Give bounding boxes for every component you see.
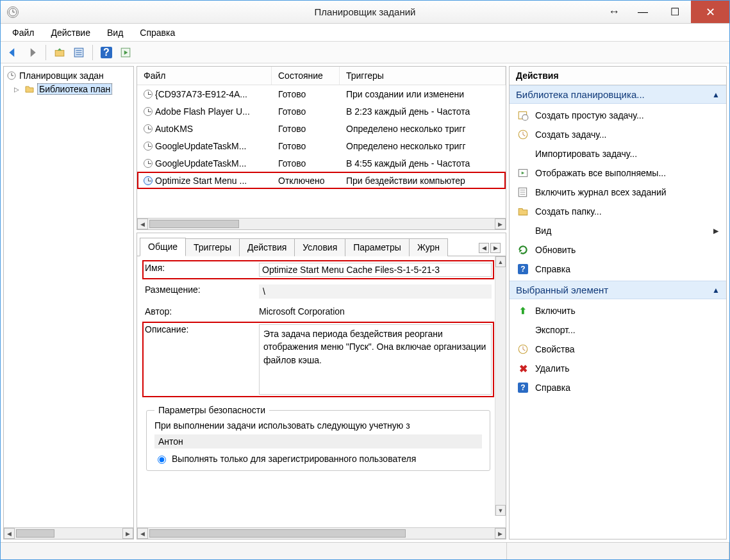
task-name: GoogleUpdateTaskM... — [155, 158, 246, 169]
radio-loggedon-label: Выполнять только для зарегистрированного… — [172, 454, 416, 464]
clock-icon — [144, 142, 153, 151]
tab-conditions[interactable]: Условия — [294, 238, 345, 256]
menu-view[interactable]: Вид — [99, 25, 131, 40]
action-show-running[interactable]: Отображать все выполняемы... — [510, 163, 726, 183]
tab-actions[interactable]: Действия — [239, 238, 295, 256]
action-group-selected[interactable]: Выбранный элемент ▲ — [510, 281, 726, 299]
collapse-icon[interactable]: ▲ — [712, 90, 720, 99]
expand-icon[interactable]: ▷ — [14, 86, 22, 93]
col-trigger[interactable]: Триггеры — [340, 67, 506, 85]
action-new-folder[interactable]: Создать папку... — [510, 202, 726, 221]
label-author: Автор: — [145, 306, 259, 317]
task-state: Готово — [272, 124, 340, 134]
action-enable[interactable]: ⬆ Включить — [510, 301, 726, 320]
label-name: Имя: — [145, 263, 259, 273]
task-row[interactable]: {CD937A73-E912-4A...ГотовоПри создании и… — [137, 85, 506, 103]
action-enable-history[interactable]: Включить журнал всех заданий — [510, 183, 726, 202]
action-import[interactable]: Импортировать задачу... — [510, 144, 726, 163]
delete-icon: ✖ — [517, 363, 529, 374]
help-button[interactable]: ? — [98, 44, 115, 61]
properties-button[interactable] — [71, 44, 87, 61]
value-name[interactable]: Optimize Start Menu Cache Files-S-1-5-21… — [259, 263, 492, 277]
tab-triggers[interactable]: Триггеры — [185, 238, 240, 256]
minimize-button[interactable]: — — [627, 1, 659, 23]
menu-help[interactable]: Справка — [132, 25, 183, 40]
action-help-2[interactable]: ? Справка — [510, 378, 726, 397]
radio-loggedon-input[interactable] — [158, 456, 166, 464]
action-properties[interactable]: Свойства — [510, 340, 726, 359]
refresh-icon — [517, 244, 529, 256]
actions-panel: Действия Библиотека планировщика... ▲ Со… — [509, 66, 727, 539]
label-description: Описание: — [145, 324, 259, 395]
col-file[interactable]: Файл — [137, 67, 272, 85]
task-state: Готово — [272, 158, 340, 169]
value-description[interactable]: Эта задача периода бездействия реоргани … — [259, 324, 492, 395]
close-button[interactable]: ✕ — [691, 1, 729, 23]
tree-hscroll[interactable]: ◀ ▶ — [4, 527, 133, 539]
svg-rect-3 — [55, 50, 64, 56]
action-view[interactable]: Вид ▶ — [510, 221, 726, 240]
forward-button[interactable] — [24, 44, 40, 61]
col-state[interactable]: Состояние — [272, 67, 340, 85]
tree-root[interactable]: Планировщик задан — [5, 69, 132, 82]
properties-icon — [517, 343, 529, 355]
task-name: Adobe Flash Player U... — [155, 106, 250, 117]
action-create-task[interactable]: Создать задачу... — [510, 125, 726, 144]
tree-panel: Планировщик задан ▷ Библиотека план ◀ ▶ — [3, 66, 134, 539]
task-basic-icon — [517, 110, 529, 121]
clock-icon — [144, 90, 153, 99]
task-state: Готово — [272, 106, 340, 117]
action-delete[interactable]: ✖ Удалить — [510, 359, 726, 378]
task-state: Готово — [272, 141, 340, 151]
action-group-library-label: Библиотека планировщика... — [516, 89, 645, 100]
task-row[interactable]: Adobe Flash Player U...ГотовоВ 2:23 кажд… — [137, 103, 506, 120]
row-author: Автор: Microsoft Corporation — [145, 306, 492, 317]
radio-loggedon[interactable]: Выполнять только для зарегистрированного… — [154, 454, 482, 464]
clock-icon — [144, 107, 153, 116]
details-hscroll[interactable]: ◀ ▶ — [137, 527, 506, 539]
app-icon — [7, 6, 19, 18]
task-trigger: При бездействии компьютер — [340, 176, 506, 186]
task-icon — [517, 129, 529, 140]
menu-bar: Файл Действие Вид Справка — [1, 24, 729, 42]
menu-action[interactable]: Действие — [43, 25, 98, 40]
task-row[interactable]: AutoKMSГотовоОпределено несколько тригг — [137, 120, 506, 137]
history-icon — [517, 186, 529, 198]
action-export[interactable]: Экспорт... — [510, 320, 726, 340]
tree-root-label: Планировщик задан — [19, 70, 104, 81]
maximize-button[interactable]: ☐ — [659, 1, 691, 23]
row-location: Размещение: \ — [145, 284, 492, 299]
import-icon — [517, 148, 529, 160]
up-folder-button[interactable] — [51, 44, 68, 61]
action-help[interactable]: ? Справка — [510, 259, 726, 279]
tab-general[interactable]: Общие — [140, 238, 186, 256]
security-text: При выполнении задачи использовать следу… — [154, 420, 482, 431]
view-icon — [517, 225, 529, 236]
menu-file[interactable]: Файл — [4, 25, 42, 40]
help-icon-2: ? — [517, 382, 529, 393]
tasklist-hscroll[interactable]: ◀ ▶ — [137, 218, 506, 229]
tab-log[interactable]: Журн — [409, 238, 448, 256]
details-panel: Общие Триггеры Действия Условия Параметр… — [137, 233, 506, 539]
task-row[interactable]: Optimize Start Menu ...ОтключеноПри безд… — [137, 172, 506, 189]
task-row[interactable]: GoogleUpdateTaskM...ГотовоВ 4:55 каждый … — [137, 154, 506, 172]
running-icon — [517, 167, 529, 179]
move-icon[interactable]: ↔ — [601, 1, 627, 23]
task-row[interactable]: GoogleUpdateTaskM...ГотовоОпределено нес… — [137, 137, 506, 154]
security-fieldset: Параметры безопасности При выполнении за… — [146, 405, 490, 471]
action-group-selected-label: Выбранный элемент — [516, 284, 608, 295]
action-refresh[interactable]: Обновить — [510, 240, 726, 259]
tree-library[interactable]: ▷ Библиотека план — [5, 82, 132, 96]
tab-scroll-right[interactable]: ▶ — [490, 243, 501, 253]
main-content: Планировщик задан ▷ Библиотека план ◀ ▶ … — [1, 63, 729, 542]
back-button[interactable] — [4, 44, 21, 61]
action-group-library[interactable]: Библиотека планировщика... ▲ — [510, 85, 726, 104]
collapse-icon-2[interactable]: ▲ — [712, 286, 720, 295]
scheduler-icon — [6, 70, 17, 81]
row-description: Описание: Эта задача периода бездействия… — [145, 324, 492, 395]
details-vscroll[interactable]: ▲ ▼ — [495, 256, 506, 516]
tab-settings[interactable]: Параметры — [345, 238, 410, 256]
run-button[interactable] — [117, 44, 134, 61]
tab-scroll-left[interactable]: ◀ — [479, 243, 489, 253]
action-create-basic[interactable]: Создать простую задачу... — [510, 106, 726, 125]
